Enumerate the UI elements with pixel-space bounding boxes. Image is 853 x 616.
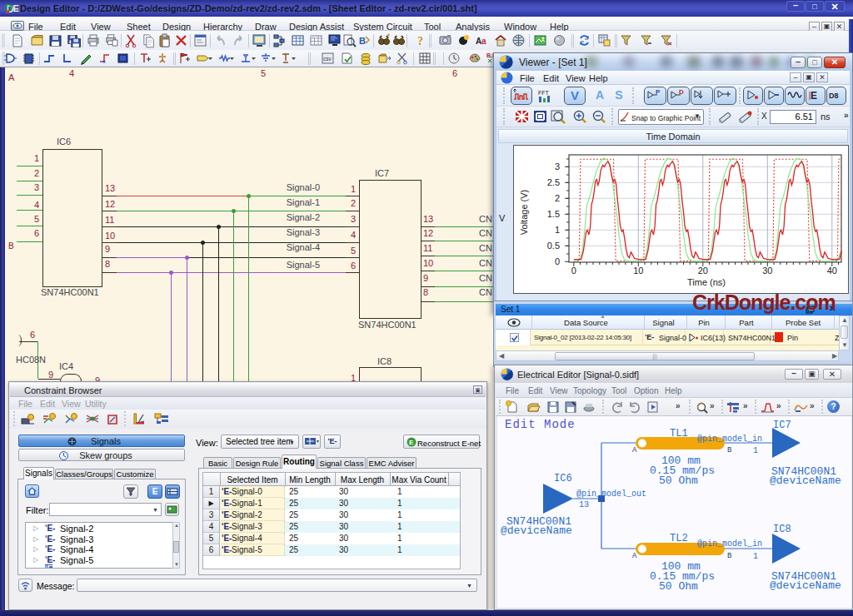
svg-text:P: P — [656, 88, 661, 96]
svg-text:E: E — [409, 439, 414, 446]
svg-text:0: 0 — [555, 256, 560, 266]
svg-text:40: 40 — [827, 266, 837, 276]
svg-text:csv: csv — [323, 56, 332, 62]
svg-text:?: ? — [417, 35, 423, 47]
svg-text:Time (ns): Time (ns) — [687, 277, 726, 287]
svg-text:2: 2 — [555, 193, 560, 203]
svg-text:D8: D8 — [829, 92, 839, 100]
svg-text:B: B — [359, 36, 366, 46]
svg-text:1: 1 — [555, 225, 560, 235]
svg-text:E: E — [811, 90, 817, 102]
svg-text:Voltage (V): Voltage (V) — [519, 190, 529, 235]
svg-text:0: 0 — [571, 266, 576, 276]
svg-text:10: 10 — [633, 266, 643, 276]
svg-text:FFT: FFT — [538, 90, 550, 96]
svg-text:1.5: 1.5 — [547, 209, 560, 219]
svg-text:3: 3 — [555, 161, 560, 171]
svg-text:D: D — [679, 88, 684, 96]
svg-text:a: a — [481, 37, 486, 46]
svg-text:30: 30 — [762, 266, 772, 276]
svg-text:20: 20 — [698, 266, 708, 276]
svg-text:0.5: 0.5 — [547, 241, 560, 251]
svg-text:2.5: 2.5 — [547, 177, 560, 187]
